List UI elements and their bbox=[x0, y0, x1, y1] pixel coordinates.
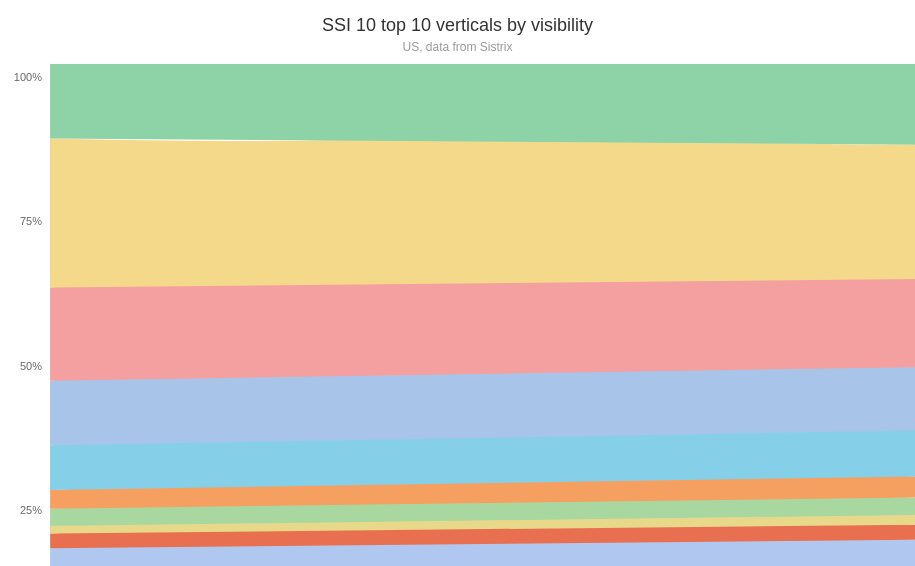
y-label-50: 50% bbox=[20, 361, 42, 372]
y-axis: 100% 75% 50% 25% 0% bbox=[5, 64, 50, 566]
y-label-25: 25% bbox=[20, 505, 42, 516]
y-label-100: 100% bbox=[14, 72, 42, 83]
area-references bbox=[50, 64, 915, 145]
svg-wrapper: 12/11/2022 10/12/2022 7/1/2023 4/2/2023 … bbox=[50, 64, 915, 566]
area-chart bbox=[50, 64, 915, 566]
y-label-75: 75% bbox=[20, 216, 42, 227]
chart-container: SSI 10 top 10 verticals by visibility US… bbox=[0, 0, 915, 566]
area-ecommerce-retailer bbox=[50, 137, 915, 287]
chart-title: SSI 10 top 10 verticals by visibility bbox=[0, 15, 915, 36]
chart-subtitle: US, data from Sistrix bbox=[0, 40, 915, 54]
